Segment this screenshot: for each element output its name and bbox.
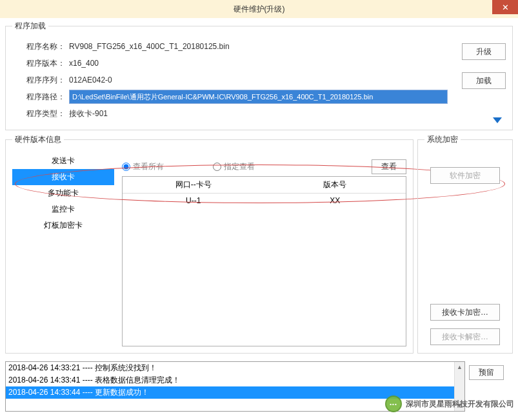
expand-toggle-icon[interactable] [493,117,502,123]
tab-2[interactable]: 多功能卡 [12,185,114,201]
program-type-label: 程序类型： [12,108,69,119]
system-encrypt-legend: 系统加密 [424,134,461,145]
tab-1[interactable]: 接收卡 [12,169,114,185]
log-scrollbar[interactable]: ▲ ▼ [454,362,464,411]
hardware-version-legend: 硬件版本信息 [12,134,64,145]
radio-view-spec[interactable]: 指定查看 [213,161,255,172]
tab-0[interactable]: 发送卡 [12,153,114,169]
close-button[interactable]: ✕ [492,0,518,14]
program-path-input[interactable] [69,90,448,104]
scroll-up-icon[interactable]: ▲ [455,362,464,372]
program-type-value: 接收卡-901 [69,108,506,119]
recv-card-decrypt-button: 接收卡解密… [430,328,500,345]
view-button[interactable]: 查看 [372,159,406,174]
program-seq-value: 012AE042-0 [69,75,506,85]
program-seq-label: 程序序列： [12,75,69,86]
radio-view-all-label: 查看所有 [133,161,164,172]
recv-card-encrypt-button[interactable]: 接收卡加密… [430,304,500,321]
reserve-button[interactable]: 预留 [469,365,504,380]
scroll-down-icon[interactable]: ▼ [455,401,464,411]
col-port: 网口--卡号 [123,177,264,193]
radio-view-spec-label: 指定查看 [224,161,255,172]
log-panel[interactable]: 2018-04-26 14:33:21 ---- 控制系统没找到！2018-04… [5,361,465,412]
window-title: 硬件维护(升级) [234,4,285,15]
program-name-label: 程序名称： [12,41,69,52]
log-line[interactable]: 2018-04-26 14:33:21 ---- 控制系统没找到！ [6,362,464,374]
system-encrypt-group: 系统加密 软件加密 接收卡加密… 接收卡解密… [417,134,513,354]
hardware-version-group: 硬件版本信息 发送卡接收卡多功能卡监控卡灯板加密卡 查看所有 指定查看 查看 网… [5,134,413,354]
cell-ver: XX [264,194,406,208]
cell-port: U--1 [123,194,264,208]
radio-view-all[interactable]: 查看所有 [122,161,164,172]
program-load-group: 程序加载 升级 加载 程序名称：RV908_FTG256_x16_400C_T1… [5,21,513,130]
program-version-label: 程序版本： [12,58,69,69]
load-button[interactable]: 加载 [462,72,506,89]
program-name-value: RV908_FTG256_x16_400C_T1_20180125.bin [69,42,506,51]
program-load-legend: 程序加载 [12,21,48,32]
table-row[interactable]: U--1XX [123,194,406,208]
version-table[interactable]: 网口--卡号 版本号 U--1XX [122,176,406,346]
tab-4[interactable]: 灯板加密卡 [12,217,114,234]
log-line[interactable]: 2018-04-26 14:33:41 ---- 表格数据信息清理完成！ [6,374,464,386]
upgrade-button[interactable]: 升级 [462,43,506,60]
program-path-label: 程序路径： [12,92,69,103]
tab-3[interactable]: 监控卡 [12,201,114,217]
col-version: 版本号 [264,177,406,193]
program-version-value: x16_400 [69,59,506,68]
software-encrypt-button: 软件加密 [430,167,500,184]
log-line[interactable]: 2018-04-26 14:33:44 ---- 更新数据成功！ [6,386,464,399]
